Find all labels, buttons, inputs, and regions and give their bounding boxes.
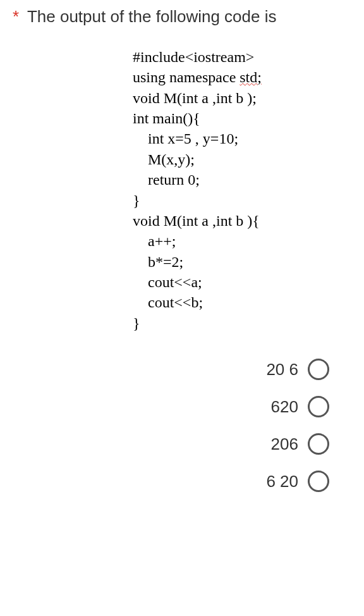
- code-line: }: [133, 190, 351, 211]
- code-line: M(x,y);: [133, 149, 351, 169]
- option-label: 20 6: [266, 360, 298, 379]
- code-line: cout<<a;: [133, 272, 351, 292]
- wavy-underline-text: std;: [240, 69, 262, 85]
- question-header: * The output of the following code is: [13, 6, 351, 28]
- option-label: 6 20: [266, 472, 298, 491]
- code-line: using namespace std;: [133, 67, 351, 87]
- code-line: #include<iostream>: [133, 47, 351, 67]
- radio-button[interactable]: [308, 433, 329, 455]
- code-line: a++;: [133, 231, 351, 251]
- code-line: }: [133, 313, 351, 333]
- code-line: int main(){: [133, 108, 351, 128]
- code-line: void M(int a ,int b );: [133, 88, 351, 108]
- option-row[interactable]: 20 6: [266, 359, 329, 380]
- option-row[interactable]: 620: [271, 396, 329, 417]
- radio-button[interactable]: [308, 396, 329, 417]
- radio-button[interactable]: [308, 471, 329, 492]
- option-row[interactable]: 6 20: [266, 471, 329, 492]
- option-label: 206: [271, 434, 298, 454]
- code-block: #include<iostream> using namespace std; …: [133, 47, 351, 333]
- code-line: return 0;: [133, 169, 351, 190]
- option-row[interactable]: 206: [271, 433, 329, 455]
- question-text: The output of the following code is: [27, 7, 277, 26]
- options-container: 20 6 620 206 6 20: [13, 359, 351, 492]
- option-label: 620: [271, 397, 298, 417]
- radio-button[interactable]: [308, 359, 329, 380]
- code-line: int x=5 , y=10;: [133, 128, 351, 149]
- code-line: void M(int a ,int b ){: [133, 211, 351, 231]
- code-line: cout<<b;: [133, 292, 351, 312]
- code-line: b*=2;: [133, 252, 351, 272]
- required-asterisk: *: [13, 7, 19, 26]
